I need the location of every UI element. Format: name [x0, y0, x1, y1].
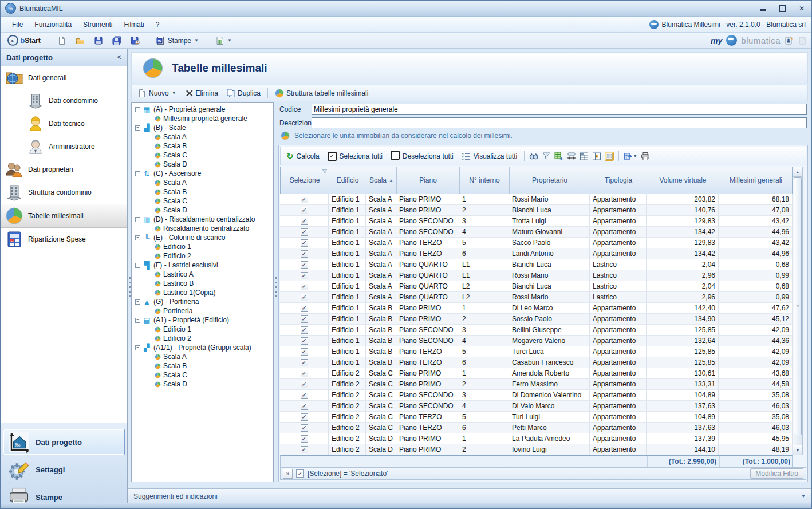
save-button[interactable] [92, 35, 105, 46]
seleziona-tutti-button[interactable]: ✓Seleziona tutti [325, 151, 385, 162]
tree-item-scala-d[interactable]: Scala D [132, 160, 273, 169]
sidebar-collapse-button[interactable]: < [117, 53, 121, 61]
grid-vertical-scrollbar[interactable]: ▲ ≡ ▼ [793, 167, 803, 455]
auto-size-button[interactable]: a [592, 152, 601, 161]
tree-expand-toggle[interactable]: − [135, 235, 140, 240]
column-header-edificio[interactable]: Edificio [329, 167, 366, 194]
tree-expand-toggle[interactable]: − [135, 217, 140, 222]
save-all-button[interactable] [110, 35, 124, 46]
bottom-nav-dati-progetto[interactable]: ‰Dati progetto [3, 429, 125, 455]
new-file-button[interactable] [55, 35, 69, 46]
struttura-tabelle-millesimali-button[interactable]: Struttura tabelle millesimali [273, 88, 370, 99]
doc-star-icon[interactable]: ★ [798, 36, 807, 45]
tree-item-lastrico-b[interactable]: Lastrico B [132, 279, 273, 288]
table-row[interactable]: ✓Edificio 1Scala APiano QUARTOL2Rossi Ma… [280, 292, 793, 303]
tree-item-millesimi-propriet-generale[interactable]: Millesimi proprietà generale [132, 114, 273, 123]
menu-item-[interactable]: ? [150, 19, 165, 30]
column-header-selezione[interactable]: Selezione [281, 167, 329, 194]
sidebar-item-dati-generali[interactable]: Dati generali [1, 66, 127, 89]
sidebar-item-dati-proprietari[interactable]: Dati proprietari [1, 158, 127, 181]
row-checkbox[interactable]: ✓ [301, 228, 308, 236]
table-row[interactable]: ✓Edificio 2Scala DPiano PRIMO1La Padula … [280, 433, 793, 444]
row-checkbox[interactable]: ✓ [301, 261, 308, 269]
tree-item-scala-a[interactable]: Scala A [132, 352, 273, 361]
close-button[interactable]: ✕ [797, 5, 807, 13]
row-checkbox[interactable]: ✓ [301, 337, 308, 345]
column-header-n-interno[interactable]: N° interno [460, 167, 510, 194]
column-header-scala[interactable]: Scala▲ [366, 167, 397, 194]
table-row[interactable]: ✓Edificio 1Scala BPiano TERZO6Casaburi F… [280, 357, 793, 368]
row-checkbox[interactable]: ✓ [301, 370, 308, 377]
sidebar-item-dati-condominio[interactable]: Dati condominio [1, 89, 127, 112]
export-button[interactable]: ▼ [624, 152, 637, 161]
row-checkbox[interactable]: ✓ [301, 424, 308, 432]
sidebar-item-tabelle-millesimali[interactable]: Tabelle millesimali [1, 204, 127, 228]
row-checkbox[interactable]: ✓ [301, 348, 308, 356]
fit-width-button[interactable] [567, 152, 576, 161]
scroll-thumb[interactable]: ≡ [794, 177, 802, 435]
tree-item-scala-a[interactable]: Scala A [132, 178, 273, 187]
tree-item-a-propriet-generale[interactable]: −▦(A) - Proprietà generale [132, 105, 273, 114]
bottom-nav-settaggi[interactable]: Settaggi [3, 456, 125, 483]
column-header-piano[interactable]: Piano [397, 167, 460, 194]
row-checkbox[interactable]: ✓ [301, 381, 308, 388]
table-row[interactable]: ✓Edificio 1Scala APiano PRIMO2Bianchi Lu… [280, 205, 793, 216]
tree-item-a1-propriet-edificio[interactable]: −▤(A1) - Proprietà (Edificio) [132, 315, 273, 325]
row-checkbox[interactable]: ✓ [301, 392, 308, 399]
row-checkbox[interactable]: ✓ [301, 305, 308, 312]
group-add-button[interactable] [554, 152, 563, 161]
table-row[interactable]: ✓Edificio 1Scala APiano SECONDO3Trotta L… [280, 216, 793, 227]
excel-export-button[interactable]: ▼ [213, 35, 234, 46]
tree-expand-toggle[interactable]: − [135, 345, 140, 350]
row-checkbox[interactable]: ✓ [301, 315, 308, 323]
tree-item-scala-d[interactable]: Scala D [132, 206, 273, 215]
sidebar-item-ripartizione-spese[interactable]: +−Ripartizione Spese [1, 228, 127, 251]
visualizza-tutti-button[interactable]: Visualizza tutti [459, 151, 519, 162]
deseleziona-tutti-button[interactable]: Deseleziona tutti [388, 149, 456, 163]
tree-item-scala-a[interactable]: Scala A [132, 132, 273, 141]
scroll-down-button[interactable]: ▼ [793, 445, 802, 455]
table-row[interactable]: ✓Edificio 2Scala CPiano SECONDO4Di Vaio … [280, 401, 793, 412]
user-star-icon[interactable]: ★ [785, 36, 794, 45]
tree-expand-toggle[interactable]: − [135, 318, 140, 323]
row-checkbox[interactable]: ✓ [301, 207, 308, 214]
tree-expand-toggle[interactable]: − [135, 125, 140, 131]
table-row[interactable]: ✓Edificio 1Scala APiano QUARTOL1Bianchi … [280, 259, 793, 270]
tree-item-scala-c[interactable]: Scala C [132, 196, 273, 206]
filter-button[interactable] [542, 152, 551, 161]
sidebar-item-struttura-condominio[interactable]: Struttura condominio [1, 181, 127, 204]
table-row[interactable]: ✓Edificio 2Scala CPiano TERZO6Petti Marc… [280, 423, 793, 433]
chevron-down-icon[interactable]: ▼ [801, 494, 806, 499]
nuovo-button[interactable]: Nuovo▼ [135, 88, 179, 99]
descrizione-input[interactable] [312, 117, 807, 128]
save-as-button[interactable] [128, 35, 142, 46]
tree-item-scala-b[interactable]: Scala B [132, 361, 273, 370]
tree-expand-toggle[interactable]: − [135, 263, 140, 268]
row-checkbox[interactable]: ✓ [301, 239, 308, 247]
table-row[interactable]: ✓Edificio 1Scala BPiano SECONDO3Bellini … [280, 325, 793, 336]
scroll-up-button[interactable]: ▲ [793, 167, 802, 177]
tree-item-edificio-2[interactable]: Edificio 2 [132, 251, 273, 261]
elimina-button[interactable]: Elimina [182, 88, 220, 99]
tree-item-f-lastrici-esclusivi[interactable]: −▜(F) - Lastrici esclusivi [132, 261, 273, 270]
print-button[interactable] [641, 152, 650, 161]
minimize-button[interactable] [758, 5, 768, 13]
column-header-millesimi-generali[interactable]: Millesimi generali [719, 167, 793, 194]
tree-item-riscaldamento-centralizzato[interactable]: Riscaldamento centralizzato [132, 224, 273, 233]
row-checkbox[interactable]: ✓ [301, 413, 308, 421]
codice-input[interactable] [312, 104, 807, 115]
tree-item-portineria[interactable]: Portineria [132, 306, 273, 315]
calcola-button[interactable]: ↻Calcola [284, 150, 322, 163]
tree-item-scala-c[interactable]: Scala C [132, 151, 273, 160]
table-row[interactable]: ✓Edificio 1Scala BPiano PRIMO2Sossio Pao… [280, 314, 793, 325]
row-checkbox[interactable]: ✓ [301, 272, 308, 279]
sidebar-item-amministratore[interactable]: Amministratore [1, 135, 127, 158]
table-row[interactable]: ✓Edificio 1Scala APiano SECONDO4Maturo G… [280, 227, 793, 238]
maximize-button[interactable] [777, 5, 787, 13]
tree-item-lastrico-1-copia[interactable]: Lastrico 1(Copia) [132, 288, 273, 297]
tree-item-scala-c[interactable]: Scala C [132, 370, 273, 380]
column-header-tipologia[interactable]: Tipologia [590, 167, 647, 194]
stampe-word-button[interactable]: W Stampe▼ [154, 35, 201, 46]
tree-item-scala-b[interactable]: Scala B [132, 187, 273, 196]
menu-item-strumenti[interactable]: Strumenti [77, 19, 118, 30]
